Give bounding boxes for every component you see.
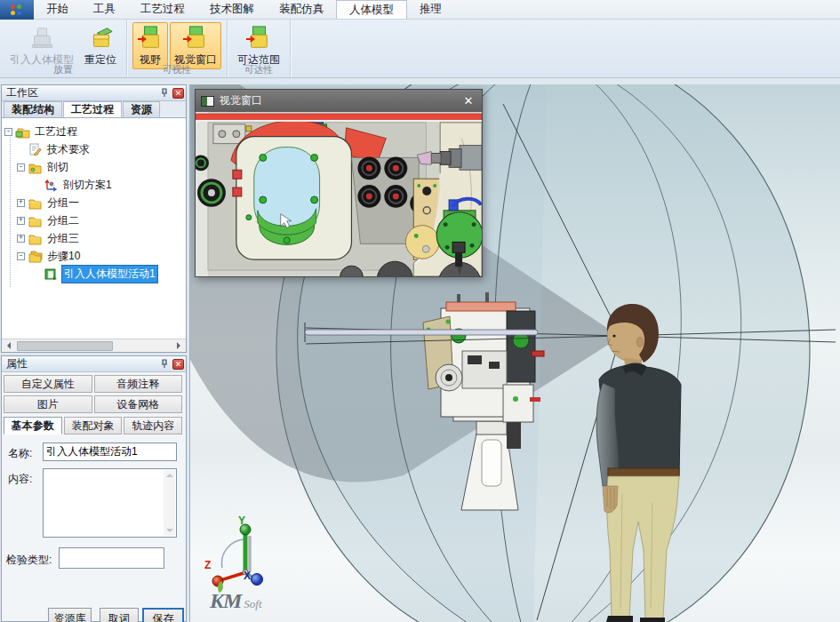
reach-range-icon xyxy=(245,25,272,52)
properties-panel: 属性 ✕ 自定义属性 音频注释 图片 设备网格 基本参数 装配对象 轨迹内容 名… xyxy=(1,355,187,622)
tree-item-group2[interactable]: + 分组二 xyxy=(17,211,186,229)
expander-icon[interactable]: + xyxy=(17,199,25,207)
tab-process[interactable]: 工艺过程 xyxy=(128,0,197,19)
tab-custom-properties[interactable]: 自定义属性 xyxy=(4,375,92,393)
tree-item-label: 剖切方案1 xyxy=(61,177,114,194)
properties-tab-row-1: 自定义属性 音频注释 xyxy=(2,375,186,393)
vision-window-title: 视觉窗口 xyxy=(220,93,262,108)
check-type-label: 检验类型: xyxy=(6,553,52,568)
properties-tab-row-2: 图片 设备网格 xyxy=(2,395,186,413)
brand-logo: KM Soft xyxy=(210,589,262,613)
field-of-view-icon xyxy=(137,25,164,52)
scroll-down-arrow-icon[interactable] xyxy=(166,529,173,536)
tree-item-tech-requirements[interactable]: 技术要求 xyxy=(17,140,186,158)
tree-item-step10[interactable]: - 步骤10 xyxy=(17,247,186,265)
tab-reasoning[interactable]: 推理 xyxy=(407,0,454,19)
vision-window-icon xyxy=(201,96,214,107)
main-area: 工作区 ✕ 装配结构 工艺过程 资源 - 工艺过程 xyxy=(0,78,840,622)
tab-tools[interactable]: 工具 xyxy=(81,0,128,19)
tab-assembly-sim[interactable]: 装配仿真 xyxy=(267,0,336,19)
tree-item-label: 剖切 xyxy=(45,159,70,176)
workspace-title: 工作区 xyxy=(6,85,38,100)
tab-assembly-object[interactable]: 装配对象 xyxy=(64,417,123,435)
tab-device-mesh[interactable]: 设备网格 xyxy=(94,395,183,413)
tab-resources[interactable]: 资源 xyxy=(123,101,160,117)
save-button[interactable]: 保存 xyxy=(142,608,184,622)
group-label-reachability: 可达性 xyxy=(228,63,290,76)
properties-tab-row-3: 基本参数 装配对象 轨迹内容 xyxy=(2,417,186,435)
workspace-titlebar: 工作区 ✕ xyxy=(2,85,186,101)
ribbon-group-visibility: 视野 视觉窗口 可视性 xyxy=(127,20,228,77)
scroll-up-arrow-icon[interactable] xyxy=(166,470,173,477)
section-plan-icon xyxy=(44,179,59,192)
tab-track-content[interactable]: 轨迹内容 xyxy=(124,417,182,435)
pin-icon[interactable] xyxy=(159,88,170,99)
tab-assembly-structure[interactable]: 装配结构 xyxy=(4,101,62,117)
content-textarea[interactable] xyxy=(43,468,177,538)
properties-title: 属性 xyxy=(6,356,28,371)
tree-item-process-root[interactable]: - 工艺过程 xyxy=(4,123,186,140)
sight-axis-rod xyxy=(305,330,538,335)
brand-logo-km: KM xyxy=(210,589,241,613)
tree-item-group3[interactable]: + 分组三 xyxy=(17,229,186,247)
vision-window[interactable]: 视觉窗口 ✕ xyxy=(195,89,483,277)
group-label-placement: 放置 xyxy=(0,63,126,76)
name-input[interactable] xyxy=(43,443,177,461)
close-icon[interactable]: ✕ xyxy=(172,88,184,99)
brand-logo-soft: Soft xyxy=(244,597,261,611)
pick-word-button[interactable]: 取词 xyxy=(100,608,139,622)
tree-item-label: 工艺过程 xyxy=(33,124,79,140)
scrollbar-thumb[interactable] xyxy=(17,341,113,351)
expander-spacer xyxy=(33,181,41,189)
app-logo[interactable] xyxy=(0,0,34,20)
tab-basic-params[interactable]: 基本参数 xyxy=(4,417,62,435)
expander-icon[interactable]: - xyxy=(17,252,25,260)
tab-start[interactable]: 开始 xyxy=(34,0,81,19)
tab-human-model[interactable]: 人体模型 xyxy=(336,0,407,19)
tree-item-label: 分组一 xyxy=(45,195,81,211)
tab-tech-illustration[interactable]: 技术图解 xyxy=(197,0,267,19)
vision-window-titlebar[interactable]: 视觉窗口 ✕ xyxy=(196,90,482,112)
folder-icon xyxy=(28,232,43,245)
step-folder-icon xyxy=(28,250,43,263)
pin-icon[interactable] xyxy=(159,359,170,370)
vision-window-icon xyxy=(182,25,209,52)
content-label: 内容: xyxy=(8,472,32,487)
expander-spacer xyxy=(17,146,25,154)
section-folder-icon xyxy=(28,161,43,174)
scroll-left-arrow-icon[interactable] xyxy=(2,339,15,353)
tree-item-section-plan[interactable]: 剖切方案1 xyxy=(33,176,186,194)
relocate-icon xyxy=(87,25,114,52)
scroll-right-arrow-icon[interactable] xyxy=(172,339,186,353)
ribbon-group-placement: 引入人体模型 重定位 放置 xyxy=(0,20,127,77)
group-label-visibility: 可视性 xyxy=(127,63,227,76)
tree-guide-line xyxy=(10,132,11,287)
expander-icon[interactable]: - xyxy=(4,128,12,136)
tree-item-section[interactable]: - 剖切 xyxy=(17,158,186,176)
tab-image[interactable]: 图片 xyxy=(4,395,92,413)
check-type-input[interactable] xyxy=(59,547,164,569)
resource-library-button[interactable]: 资源库 xyxy=(48,608,92,622)
vision-window-view[interactable] xyxy=(196,112,482,276)
expander-icon[interactable]: + xyxy=(17,235,25,243)
vision-window-close-icon[interactable]: ✕ xyxy=(460,94,476,108)
tree-item-group1[interactable]: + 分组一 xyxy=(17,194,186,211)
workspace-panel: 工作区 ✕ 装配结构 工艺过程 资源 - 工艺过程 xyxy=(1,84,187,353)
expander-icon[interactable]: + xyxy=(17,217,25,225)
close-icon[interactable]: ✕ xyxy=(172,359,184,370)
tree-item-import-human-activity[interactable]: 引入人体模型活动1 xyxy=(33,265,186,283)
textarea-scrollbar[interactable] xyxy=(164,470,175,536)
axis-x-label: X xyxy=(244,570,251,582)
tab-process-tree[interactable]: 工艺过程 xyxy=(63,101,122,117)
folder-icon xyxy=(28,214,43,227)
expander-icon[interactable]: - xyxy=(17,163,25,171)
tab-audio-annotation[interactable]: 音频注释 xyxy=(94,375,183,393)
app-logo-icon xyxy=(11,4,23,15)
viewport-3d[interactable]: 视觉窗口 ✕ xyxy=(189,84,840,622)
tree-horizontal-scrollbar[interactable] xyxy=(2,339,186,352)
expander-spacer xyxy=(33,270,41,278)
tree-item-label: 引入人体模型活动1 xyxy=(61,265,158,283)
axis-y-label: Y xyxy=(238,514,245,527)
ribbon-group-reachability: 可达范围 可达性 xyxy=(228,20,291,77)
activity-icon xyxy=(44,267,59,281)
